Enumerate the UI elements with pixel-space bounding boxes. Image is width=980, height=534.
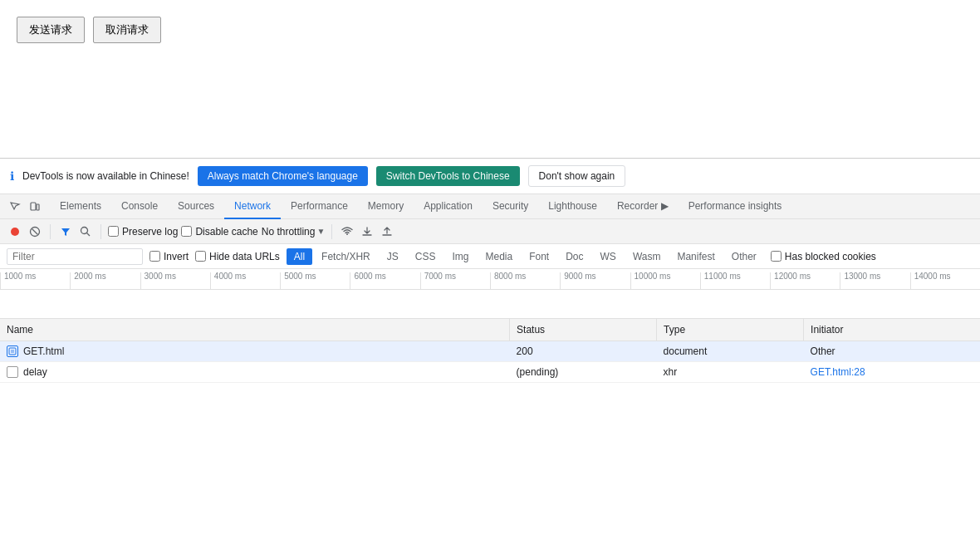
wifi-icon[interactable]	[339, 223, 355, 240]
has-blocked-cookies-label[interactable]: Has blocked cookies	[771, 251, 876, 262]
filter-type-ws[interactable]: WS	[593, 248, 624, 265]
tab-network[interactable]: Network	[224, 194, 281, 219]
row-filename: delay	[23, 366, 47, 378]
disable-cache-label[interactable]: Disable cache	[181, 226, 257, 238]
language-banner: ℹ DevTools is now available in Chinese! …	[0, 159, 980, 194]
switch-devtools-button[interactable]: Switch DevTools to Chinese	[376, 166, 520, 186]
filter-type-doc[interactable]: Doc	[558, 248, 590, 265]
name-cell-delay: delay	[7, 366, 503, 378]
throttle-label: No throttling	[262, 226, 316, 238]
devtools-panel: ℹ DevTools is now available in Chinese! …	[0, 158, 980, 383]
tab-memory[interactable]: Memory	[358, 194, 414, 219]
row-initiator: GET.html:28	[804, 362, 980, 383]
tab-elements[interactable]: Elements	[50, 194, 111, 219]
tick-8000: 8000 ms	[490, 272, 560, 289]
disable-cache-checkbox[interactable]	[181, 226, 192, 237]
col-header-status[interactable]: Status	[510, 319, 657, 341]
table-row[interactable]: delay (pending) xhr GET.html:28	[0, 362, 980, 383]
hide-data-urls-checkbox[interactable]	[195, 251, 206, 262]
row-name-cell: GET.html	[0, 341, 510, 362]
preserve-log-checkbox[interactable]	[108, 226, 119, 237]
col-header-type[interactable]: Type	[657, 319, 804, 341]
tick-13000: 13000 ms	[840, 272, 909, 289]
row-filename: GET.html	[23, 345, 64, 357]
tab-console[interactable]: Console	[111, 194, 168, 219]
svg-point-5	[81, 227, 88, 233]
banner-text: DevTools is now available in Chinese!	[22, 170, 189, 182]
row-status: 200	[510, 341, 657, 362]
filter-type-fetch-xhr[interactable]: Fetch/XHR	[314, 248, 378, 265]
tick-9000: 9000 ms	[560, 272, 630, 289]
tick-10000: 10000 ms	[630, 272, 700, 289]
tab-security[interactable]: Security	[483, 194, 538, 219]
filter-type-all[interactable]: All	[287, 248, 312, 265]
tick-11000: 11000 ms	[700, 272, 770, 289]
filter-input[interactable]	[7, 248, 143, 265]
tick-6000: 6000 ms	[350, 272, 419, 289]
tab-performance-insights[interactable]: Performance insights	[679, 194, 792, 219]
tabs-bar: Elements Console Sources Network Perform…	[0, 194, 980, 219]
document-icon	[7, 345, 18, 357]
filter-type-wasm[interactable]: Wasm	[625, 248, 669, 265]
tick-14000: 14000 ms	[910, 272, 980, 289]
invert-checkbox[interactable]	[149, 251, 160, 262]
page-area: 发送请求 取消请求	[0, 0, 980, 158]
devtools-icons	[7, 198, 43, 215]
tab-application[interactable]: Application	[414, 194, 483, 219]
tick-1000: 1000 ms	[0, 272, 70, 289]
tick-7000: 7000 ms	[420, 272, 490, 289]
has-blocked-cookies-checkbox[interactable]	[771, 251, 782, 262]
tick-5000: 5000 ms	[280, 272, 350, 289]
toolbar-divider-2	[100, 224, 101, 239]
filter-type-manifest[interactable]: Manifest	[669, 248, 722, 265]
initiator-link[interactable]: GET.html:28	[811, 366, 865, 378]
tab-sources[interactable]: Sources	[168, 194, 224, 219]
svg-line-4	[32, 228, 38, 234]
svg-rect-0	[31, 203, 36, 210]
tab-lighthouse[interactable]: Lighthouse	[538, 194, 607, 219]
row-status: (pending)	[510, 362, 657, 383]
svg-rect-7	[9, 348, 16, 355]
filter-type-img[interactable]: Img	[444, 248, 476, 265]
tab-recorder[interactable]: Recorder ▶	[607, 194, 679, 219]
invert-label[interactable]: Invert	[149, 251, 189, 262]
filter-type-font[interactable]: Font	[522, 248, 556, 265]
col-header-initiator[interactable]: Initiator	[804, 319, 980, 341]
preserve-log-label[interactable]: Preserve log	[108, 226, 178, 238]
timeline-ruler: 1000 ms 2000 ms 3000 ms 4000 ms 5000 ms …	[0, 269, 980, 290]
filter-button[interactable]	[57, 223, 74, 240]
filter-type-other[interactable]: Other	[724, 248, 764, 265]
filter-type-css[interactable]: CSS	[408, 248, 443, 265]
import-har-button[interactable]	[359, 223, 375, 240]
dont-show-again-button[interactable]: Don't show again	[528, 165, 626, 187]
row-type: document	[657, 341, 804, 362]
throttle-selector[interactable]: No throttling ▼	[262, 226, 326, 238]
inspect-element-icon[interactable]	[7, 198, 23, 215]
hide-data-urls-label[interactable]: Hide data URLs	[195, 251, 280, 262]
table-row[interactable]: GET.html 200 document Other	[0, 341, 980, 362]
clear-button[interactable]	[27, 223, 43, 240]
xhr-icon	[7, 366, 18, 378]
col-header-name[interactable]: Name	[0, 319, 510, 341]
tick-3000: 3000 ms	[140, 272, 210, 289]
toolbar-divider-1	[50, 224, 51, 239]
cancel-request-button[interactable]: 取消请求	[93, 17, 161, 43]
always-match-button[interactable]: Always match Chrome's language	[198, 166, 368, 186]
tick-4000: 4000 ms	[210, 272, 280, 289]
network-table: Name Status Type Initiator	[0, 319, 980, 383]
throttle-dropdown-icon: ▼	[316, 227, 325, 236]
record-button[interactable]	[7, 223, 23, 240]
tick-12000: 12000 ms	[770, 272, 840, 289]
export-har-button[interactable]	[379, 223, 395, 240]
tab-performance[interactable]: Performance	[281, 194, 358, 219]
network-toolbar: Preserve log Disable cache No throttling…	[0, 219, 980, 244]
filter-bar: Invert Hide data URLs All Fetch/XHR JS C…	[0, 244, 980, 269]
filter-type-js[interactable]: JS	[380, 248, 406, 265]
row-name-cell: delay	[0, 362, 510, 383]
toolbar-divider-3	[331, 224, 332, 239]
filter-type-media[interactable]: Media	[478, 248, 520, 265]
svg-rect-1	[37, 204, 39, 210]
device-toggle-icon[interactable]	[27, 198, 43, 215]
search-button[interactable]	[77, 223, 94, 240]
send-request-button[interactable]: 发送请求	[17, 17, 85, 43]
